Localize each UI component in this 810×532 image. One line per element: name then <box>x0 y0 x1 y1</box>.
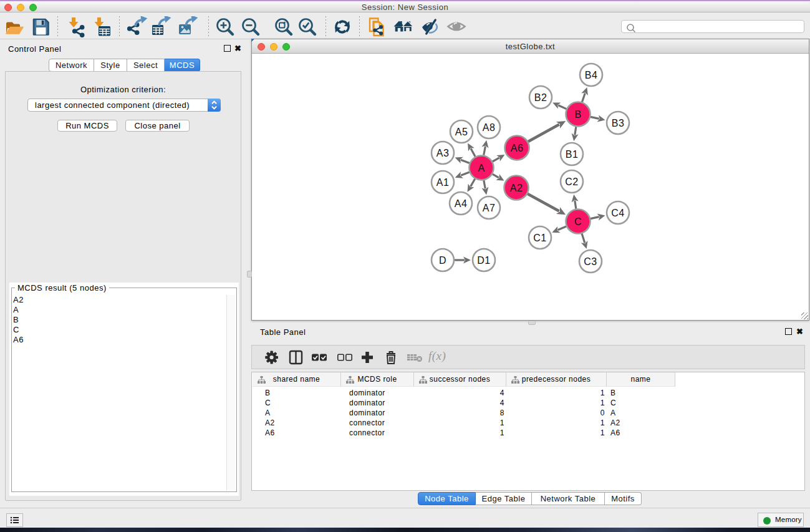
svg-text:A6: A6 <box>511 143 524 153</box>
svg-text:C1: C1 <box>533 233 546 243</box>
svg-text:A1: A1 <box>436 177 450 188</box>
svg-text:C2: C2 <box>565 177 578 187</box>
svg-text:C4: C4 <box>611 208 624 218</box>
svg-text:B3: B3 <box>612 118 625 128</box>
svg-text:A2: A2 <box>510 183 523 193</box>
svg-text:A: A <box>478 163 485 173</box>
svg-text:C3: C3 <box>584 256 597 267</box>
svg-text:B2: B2 <box>534 92 547 103</box>
svg-text:A4: A4 <box>455 198 468 209</box>
svg-text:A5: A5 <box>455 127 468 137</box>
svg-text:B4: B4 <box>585 70 598 80</box>
svg-text:B1: B1 <box>566 149 579 160</box>
svg-text:D: D <box>439 255 446 266</box>
svg-text:B: B <box>574 109 581 120</box>
svg-text:A7: A7 <box>483 203 496 213</box>
svg-text:A3: A3 <box>436 148 450 158</box>
svg-text:D1: D1 <box>477 255 490 266</box>
svg-text:C: C <box>574 216 582 227</box>
svg-text:A8: A8 <box>483 122 496 133</box>
